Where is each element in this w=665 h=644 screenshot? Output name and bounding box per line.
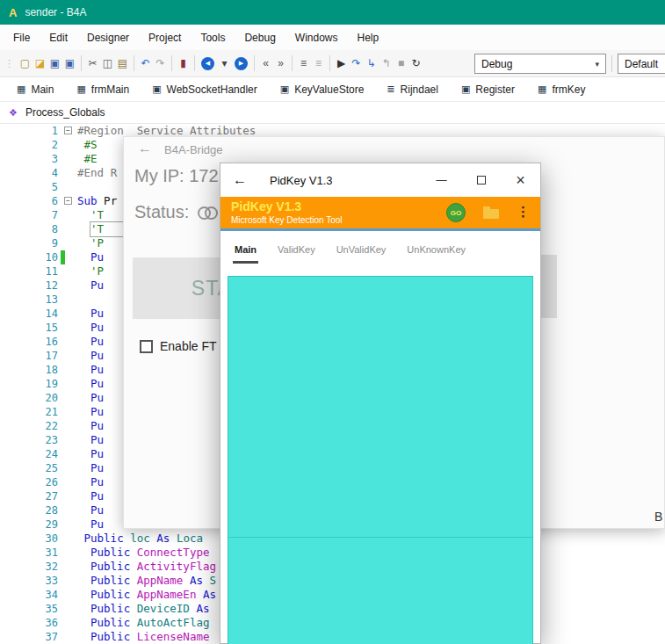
window-controls: — × — [422, 163, 540, 197]
code-text: Pu — [90, 307, 104, 321]
toolbar-separator — [134, 55, 134, 71]
tab-main[interactable]: ▦Main — [5, 77, 65, 101]
module-tab-label: Rijndael — [401, 83, 438, 96]
copy-icon[interactable]: ◫ — [100, 54, 115, 72]
line-number: 37 — [0, 630, 58, 644]
back-button[interactable]: ← — [233, 172, 247, 188]
pidkey-tab-validkey[interactable]: ValidKey — [267, 231, 326, 267]
restart-icon[interactable]: ↻ — [408, 54, 423, 72]
module-nav-icon: ❖ — [9, 107, 18, 119]
key-input-textarea[interactable] — [228, 276, 533, 644]
nav-back-icon[interactable]: ◀ — [201, 57, 214, 70]
comment-icon[interactable]: ≡ — [296, 54, 311, 72]
menu-item-project[interactable]: Project — [139, 25, 191, 50]
menu-item-help[interactable]: Help — [348, 25, 389, 50]
pidkey-tab-unvalidkey[interactable]: UnValidKey — [326, 231, 397, 267]
fold-toggle-icon[interactable]: − — [64, 197, 72, 205]
menu-item-file[interactable]: File — [4, 25, 40, 50]
module-icon: ▦ — [538, 83, 546, 95]
go-button[interactable]: GO — [446, 203, 466, 222]
line-number: 14 — [0, 307, 58, 321]
line-number: 10 — [0, 250, 58, 264]
pidkey-tab-main[interactable]: Main — [224, 231, 267, 267]
line-number: 6 — [0, 194, 58, 208]
tab-frmkey[interactable]: ▦frmKey — [526, 77, 596, 101]
toolbar-separator — [81, 55, 82, 71]
line-number: 34 — [0, 588, 58, 602]
cut-icon[interactable]: ✂ — [85, 54, 100, 72]
sub-navigator[interactable]: ❖ Process_Globals — [0, 102, 665, 124]
save-icon[interactable]: ▣ — [47, 54, 62, 72]
module-tab-label: Register — [475, 83, 515, 96]
redo-icon[interactable]: ↷ — [153, 54, 168, 72]
code-text: Public DeviceID As — [90, 602, 209, 616]
line-number: 17 — [0, 349, 58, 363]
tab-register[interactable]: ▣Register — [450, 77, 526, 101]
pidkey-tab-unknownkey[interactable]: UnKnownKey — [396, 231, 476, 267]
tab-rijndael[interactable]: ≣Rijndael — [375, 77, 450, 101]
code-text: Pu — [90, 433, 104, 447]
code-text: Public loc As Loca — [84, 532, 203, 546]
minimize-button[interactable]: — — [422, 163, 461, 197]
line-number: 20 — [0, 391, 58, 405]
line-number: 4 — [0, 166, 58, 180]
code-text: 'P — [90, 264, 104, 279]
line-number: 9 — [0, 236, 58, 250]
open-project-icon[interactable]: ◪ — [33, 54, 47, 72]
pidkey-window-title: PidKey V1.3 — [270, 174, 333, 187]
paste-icon[interactable]: ▤ — [115, 54, 130, 72]
nav-forward-icon[interactable]: ▶ — [235, 57, 248, 70]
line-number: 15 — [0, 321, 58, 335]
enable-ftp-label: Enable FT — [160, 339, 217, 353]
step-into-icon[interactable]: ↳ — [364, 54, 379, 72]
code-text: Sub Pr — [77, 194, 117, 208]
open-folder-button[interactable] — [483, 209, 499, 219]
line-number: 31 — [0, 546, 58, 560]
toolbar-separator — [292, 55, 293, 71]
uncomment-icon[interactable]: ≡ — [311, 54, 326, 72]
menu-item-edit[interactable]: Edit — [40, 25, 77, 50]
line-number: 16 — [0, 335, 58, 349]
code-text: Pu — [90, 349, 104, 363]
code-text: 'T — [90, 208, 104, 222]
pidkey-titlebar: ← PidKey V1.3 — × — [220, 163, 540, 197]
tab-websockethandler[interactable]: ▣WebSocketHandler — [141, 77, 269, 101]
close-button[interactable]: × — [501, 163, 540, 197]
enable-ftp-checkbox[interactable] — [140, 340, 153, 353]
code-text: Pu — [90, 335, 104, 349]
code-text: #E — [84, 152, 98, 166]
tab-keyvaluestore[interactable]: ▣KeyValueStore — [269, 77, 376, 101]
nav-history-dropdown-icon[interactable]: ▾ — [217, 54, 232, 72]
tab-frmmain[interactable]: ▦frmMain — [65, 77, 141, 101]
module-tab-label: WebSocketHandler — [167, 83, 257, 96]
menu-item-designer[interactable]: Designer — [77, 25, 139, 50]
menu-item-windows[interactable]: Windows — [286, 25, 348, 50]
run-icon[interactable]: ▶ — [334, 54, 349, 72]
indent-icon[interactable]: » — [273, 54, 288, 72]
save-all-icon[interactable]: ▣ — [62, 54, 77, 72]
code-text: Pu — [90, 475, 104, 489]
line-number: 36 — [0, 616, 58, 630]
line-number: 5 — [0, 180, 58, 194]
step-out-icon[interactable]: ↰ — [379, 54, 394, 72]
fold-toggle-icon[interactable]: − — [64, 127, 72, 134]
stop-icon[interactable]: ■ — [394, 54, 408, 72]
kebab-menu-icon[interactable]: ⋮ — [517, 204, 530, 220]
step-over-icon[interactable]: ↷ — [349, 54, 364, 72]
menu-item-debug[interactable]: Debug — [235, 25, 285, 50]
code-text: Pu — [90, 489, 104, 503]
changed-line-indicator — [61, 250, 65, 264]
toolbar-separator — [194, 55, 195, 71]
bookmark-icon[interactable]: ▮ — [176, 54, 191, 72]
module-icon: ▣ — [152, 83, 161, 95]
outdent-icon[interactable]: « — [258, 54, 273, 72]
build-config-select[interactable]: Default — [618, 54, 665, 74]
code-text: Pu — [90, 391, 104, 405]
undo-icon[interactable]: ↶ — [138, 54, 153, 72]
maximize-button[interactable] — [461, 163, 501, 197]
new-file-icon[interactable]: ▢ — [18, 54, 33, 72]
back-icon[interactable]: ← — [138, 141, 152, 156]
menu-item-tools[interactable]: Tools — [191, 25, 235, 50]
line-number: 8 — [0, 222, 58, 236]
debug-mode-select[interactable]: Debug ▾ — [474, 54, 606, 74]
